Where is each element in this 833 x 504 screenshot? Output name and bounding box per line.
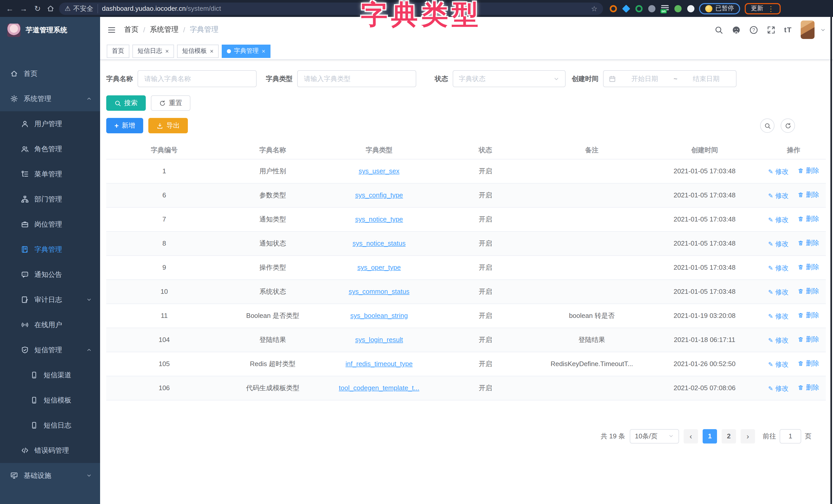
dict-type-link[interactable]: inf_redis_timeout_type [346,360,413,368]
sidebar-item-home[interactable]: 首页 [0,61,100,86]
status-select[interactable]: 字典状态 [453,70,566,87]
security-status[interactable]: ⚠ 不安全 [65,4,98,13]
delete-link[interactable]: 删除 [798,166,819,175]
proxy-extension-icon[interactable] [636,5,643,12]
search-icon[interactable] [714,25,723,34]
tab-sms-log[interactable]: 短信日志 × [133,44,174,58]
next-page-button[interactable]: › [741,429,755,443]
paused-button[interactable]: 已暂停 [699,3,740,14]
edit-link[interactable]: ✎修改 [768,287,789,297]
address-bar[interactable]: ⚠ 不安全 dashboard.yudao.iocoder.cn/system/… [59,2,603,15]
edit-link[interactable]: ✎修改 [768,335,789,345]
sidebar-item-dict[interactable]: 字典管理 [0,237,100,262]
help-icon[interactable]: ? [749,25,758,34]
reset-button[interactable]: 重置 [151,95,190,111]
dict-type-link[interactable]: sys_config_type [355,191,403,199]
edit-link[interactable]: ✎修改 [768,191,789,200]
sidebar-item-audit-log[interactable]: 审计日志 [0,287,100,312]
grid-extension-icon[interactable] [648,5,656,12]
org-icon [21,195,29,203]
puzzle-extension-icon[interactable] [687,5,694,12]
sidebar-item-dept[interactable]: 部门管理 [0,186,100,212]
tab-dict[interactable]: 字典管理 × [222,44,270,58]
sidebar-item-sms-log[interactable]: 短信日志 [0,413,100,438]
orange-extension-icon[interactable] [610,5,617,12]
github-icon[interactable] [732,25,741,34]
close-icon[interactable]: × [262,47,265,55]
refresh-table-button[interactable] [781,119,795,133]
dict-type-link[interactable]: sys_boolean_string [350,312,408,320]
delete-link[interactable]: 删除 [798,383,819,392]
delete-link[interactable]: 删除 [798,190,819,199]
fullscreen-icon[interactable] [767,25,776,34]
sidebar-item-sms[interactable]: 短信管理 [0,337,100,362]
page-button-1[interactable]: 1 [703,429,717,443]
dict-type-link[interactable]: tool_codegen_template_t... [339,384,419,392]
delete-link[interactable]: 删除 [798,238,819,247]
browser-back-icon[interactable]: ← [5,4,15,13]
dict-type-link[interactable]: sys_user_sex [359,167,400,175]
edit-link[interactable]: ✎修改 [768,239,789,248]
edit-link[interactable]: ✎修改 [768,167,789,176]
edit-link[interactable]: ✎修改 [768,263,789,273]
breadcrumb-system[interactable]: 系统管理 [150,25,178,34]
edit-link[interactable]: ✎修改 [768,215,789,224]
hamburger-icon[interactable] [107,25,116,34]
page-size-select[interactable]: 10条/页 [630,429,679,443]
sidebar-item-error-code[interactable]: 错误码管理 [0,438,100,463]
dict-type-link[interactable]: sys_login_result [355,336,403,344]
delete-link[interactable]: 删除 [798,262,819,272]
sidebar-item-user[interactable]: 用户管理 [0,111,100,136]
infra-icon [10,472,18,480]
edit-link[interactable]: ✎修改 [768,384,789,393]
user-avatar[interactable] [801,21,814,39]
update-button[interactable]: 更新 ⋮ [745,3,781,14]
edit-link[interactable]: ✎修改 [768,360,789,369]
add-button[interactable]: + 新增 [106,118,143,133]
sidebar-item-infra[interactable]: 基础设施 [0,463,100,488]
delete-link[interactable]: 删除 [798,334,819,344]
sidebar-logo-row[interactable]: 芋道管理系统 [0,17,100,44]
list-extension-icon[interactable]: on [661,5,669,12]
prev-page-button[interactable]: ‹ [684,429,698,443]
export-button[interactable]: 导出 [148,118,188,133]
kite-extension-icon[interactable] [622,4,630,12]
tab-home[interactable]: 首页 [107,44,129,58]
edit-link[interactable]: ✎修改 [768,311,789,321]
browser-menu-icon[interactable]: ⋮ [767,4,775,12]
toggle-search-button[interactable] [760,119,775,133]
goto-page-input[interactable] [780,429,801,443]
sidebar-item-sms-template[interactable]: 短信模板 [0,387,100,413]
dict-type-link[interactable]: sys_notice_status [353,240,406,247]
font-size-icon[interactable]: tT [784,26,792,34]
close-icon[interactable]: × [165,47,169,55]
page-button-2[interactable]: 2 [722,429,736,443]
sidebar-item-system[interactable]: 系统管理 [0,86,100,111]
dict-type-link[interactable]: sys_notice_type [355,215,403,223]
browser-reload-icon[interactable]: ↻ [33,4,42,13]
dict-type-link[interactable]: sys_common_status [349,287,410,295]
sidebar-item-online-user[interactable]: 在线用户 [0,312,100,337]
browser-home-icon[interactable] [47,5,54,12]
delete-link[interactable]: 删除 [798,286,819,296]
delete-link[interactable]: 删除 [798,310,819,320]
sidebar-item-role[interactable]: 角色管理 [0,136,100,161]
sidebar-item-notice[interactable]: 通知公告 [0,262,100,287]
sidebar-item-menu[interactable]: 菜单管理 [0,161,100,186]
browser-forward-icon[interactable]: → [19,4,28,13]
dict-type-input[interactable] [297,70,416,87]
bookmark-star-icon[interactable]: ☆ [591,4,597,12]
plant-extension-icon[interactable] [674,5,682,12]
sidebar-item-sms-channel[interactable]: 短信渠道 [0,362,100,387]
tab-sms-template[interactable]: 短信模板 × [177,44,219,58]
sidebar-item-post[interactable]: 岗位管理 [0,212,100,237]
close-icon[interactable]: × [210,47,214,55]
dict-type-link[interactable]: sys_oper_type [357,263,401,271]
dict-name-input[interactable] [138,70,257,87]
date-range-picker[interactable]: 开始日期 ~ 结束日期 [603,70,737,87]
delete-link[interactable]: 删除 [798,359,819,368]
search-button[interactable]: 搜索 [106,95,146,111]
avatar-caret-icon[interactable] [820,27,826,32]
breadcrumb-home[interactable]: 首页 [124,25,139,34]
delete-link[interactable]: 删除 [798,214,819,223]
